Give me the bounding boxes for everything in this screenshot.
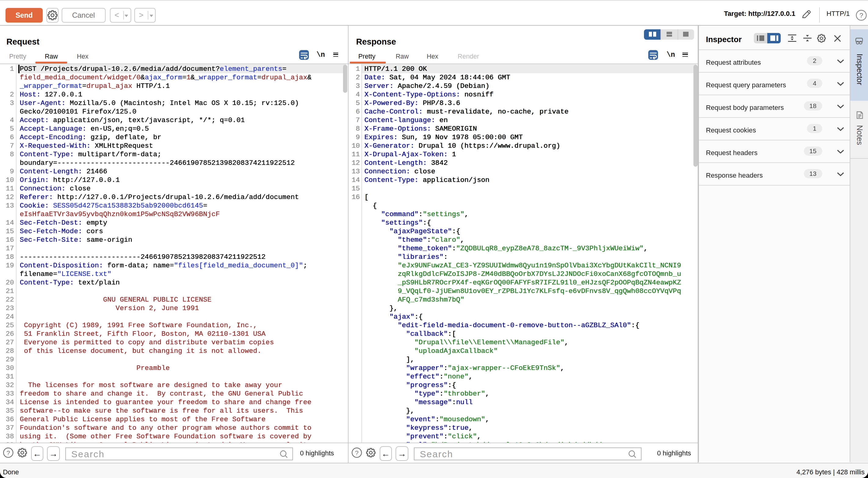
svg-text:?: ? bbox=[860, 11, 863, 19]
svg-text:?: ? bbox=[6, 449, 10, 456]
svg-text:?: ? bbox=[355, 449, 359, 456]
